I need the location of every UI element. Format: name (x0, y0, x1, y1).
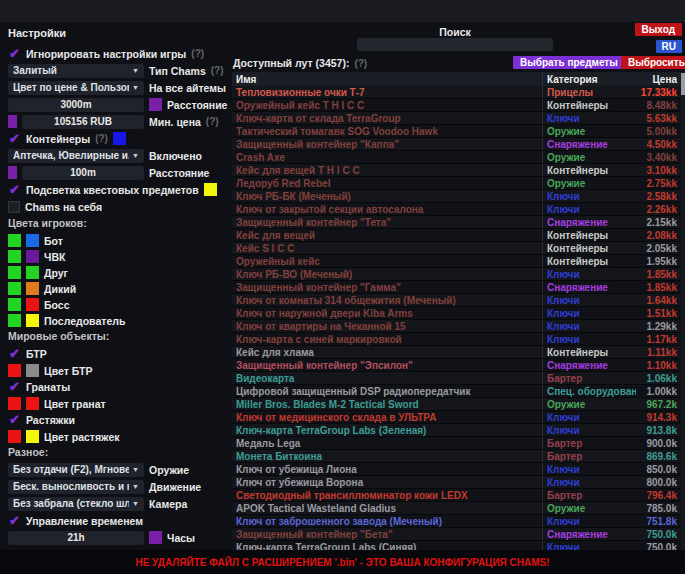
color-swatch[interactable] (26, 364, 39, 377)
color-swatch[interactable] (149, 98, 162, 111)
item-name: Ледоруб Red Rebel (232, 178, 542, 189)
table-row[interactable]: Тактический томагавк SOG Voodoo HawkОруж… (232, 125, 681, 138)
table-row[interactable]: Защищенный контейнер "Гамма"Снаряжение1.… (232, 281, 681, 294)
checkbox[interactable]: ✔ (8, 347, 21, 360)
item-name: Тепловизионные очки Т-7 (232, 87, 542, 98)
table-row[interactable]: Ключ РБ-ВО (Меченый)Ключи1.85kk (232, 268, 681, 281)
table-row[interactable]: Ключ от наружной двери Kiba ArmsКлючи1.5… (232, 307, 681, 320)
table-row[interactable]: Ключ от медицинского склада в УЛЬТРАКлюч… (232, 411, 681, 424)
item-category: Спец. оборудование (542, 385, 636, 397)
item-category: Контейнеры (542, 164, 636, 176)
table-row[interactable]: Ключ РБ-БК (Меченый)Ключи2.58kk (232, 190, 681, 203)
color-swatch[interactable] (8, 234, 21, 247)
color-swatch[interactable] (8, 298, 21, 311)
table-row[interactable]: Кейс для хламаКонтейнеры1.11kk (232, 346, 681, 359)
color-swatch[interactable] (149, 531, 162, 544)
table-row[interactable]: Защищенный контейнер "Каппа"Снаряжение4.… (232, 138, 681, 151)
color-swatch[interactable] (204, 183, 217, 196)
table-row[interactable]: Ключ от квартиры на Чеканной 15Ключи1.29… (232, 320, 681, 333)
item-name: Ключ РБ-БК (Меченый) (232, 191, 542, 202)
item-name: Цифровой защищенный DSP радиопередатчик (232, 386, 542, 397)
color-swatch[interactable] (113, 132, 126, 145)
color-swatch[interactable] (8, 397, 21, 410)
color-swatch[interactable] (8, 314, 21, 327)
scrollbar-thumb[interactable] (681, 73, 685, 95)
table-row[interactable]: Оружейный кейс T H I C CКонтейнеры8.48kk (232, 99, 681, 112)
table-row[interactable]: Miller Bros. Blades M-2 Tactical SwordОр… (232, 398, 681, 411)
color-swatch[interactable] (8, 266, 21, 279)
checkbox[interactable]: ✔ (8, 514, 21, 527)
color-swatch[interactable] (8, 282, 21, 295)
item-price: 900.0k (636, 438, 681, 449)
dropdown[interactable]: Цвет по цене & Пользователь▼ (8, 81, 144, 95)
table-row[interactable]: Crash AxeОружие3.40kk (232, 151, 681, 164)
color-swatch[interactable] (8, 166, 17, 179)
item-name: APOK Tactical Wasteland Gladius (232, 503, 542, 514)
color-swatch[interactable] (26, 314, 39, 327)
table-row[interactable]: Ключ от убежища ВоронаКлючи800.0k (232, 476, 681, 489)
table-row[interactable]: Медаль LegaБартер900.0k (232, 437, 681, 450)
table-row[interactable]: Ключ от убежища ЛионаКлючи850.0k (232, 463, 681, 476)
dropdown[interactable]: Аптечка, Ювелирные и...▼ (8, 149, 144, 163)
table-row[interactable]: Кейс для вещейКонтейнеры2.08kk (232, 229, 681, 242)
table-row[interactable]: Защищенный контейнер "Эпсилон"Снаряжение… (232, 359, 681, 372)
dropdown[interactable]: Беск. выносливость и нет уста▼ (8, 480, 144, 494)
checkbox[interactable]: ✔ (8, 47, 21, 60)
language-button[interactable]: RU (656, 40, 682, 53)
exit-button[interactable]: Выход (635, 23, 682, 36)
item-name: Оружейный кейс T H I C C (232, 100, 542, 111)
table-row[interactable]: Тепловизионные очки Т-7Прицелы17.33kk (232, 86, 681, 99)
table-row[interactable]: Защищенный контейнер "Бета"Снаряжение750… (232, 528, 681, 541)
checkbox[interactable]: ✔ (8, 413, 21, 426)
settings-panel: Настройки ✔Игнорировать настройки игры(?… (8, 27, 230, 550)
dropdown[interactable]: Залитый▼ (8, 64, 144, 78)
color-swatch[interactable] (26, 266, 39, 279)
text-input[interactable]: 21h (8, 531, 144, 545)
drop-all-button[interactable]: Выбросить все (621, 56, 685, 69)
table-row[interactable]: Ключ-карта TerraGroup Labs (Синяя)Ключи7… (232, 541, 681, 550)
checkbox[interactable]: ✔ (8, 183, 21, 196)
table-row[interactable]: Ключ-карта с синей маркировкойКлючи1.17k… (232, 333, 681, 346)
color-swatch[interactable] (8, 250, 21, 263)
table-row[interactable]: Ключ от закрытой секции автосалонаКлючи2… (232, 203, 681, 216)
table-row[interactable]: Оружейный кейсКонтейнеры1.95kk (232, 255, 681, 268)
table-row[interactable]: Ключ от комнаты 314 общежития (Меченый)К… (232, 294, 681, 307)
table-row[interactable]: APOK Tactical Wasteland GladiusОружие785… (232, 502, 681, 515)
table-row[interactable]: Цифровой защищенный DSP радиопередатчикС… (232, 385, 681, 398)
table-row[interactable]: Монета БиткоинаБартер869.6k (232, 450, 681, 463)
dropdown[interactable]: Без забрала (стекло шлема)▼ (8, 497, 144, 511)
checkbox[interactable]: ✔ (8, 380, 21, 393)
table-row[interactable]: Защищенный контейнер "Тета"Снаряжение2.1… (232, 216, 681, 229)
color-swatch[interactable] (26, 397, 39, 410)
table-row[interactable]: Ледоруб Red RebelОружие2.75kk (232, 177, 681, 190)
settings-row: 100mРасстояние (8, 166, 230, 179)
section-label: Разное: (8, 446, 230, 458)
color-swatch[interactable] (26, 298, 39, 311)
table-row[interactable]: Ключ-карта TerraGroup Labs (Зеленая)Ключ… (232, 424, 681, 437)
color-swatch[interactable] (8, 430, 21, 443)
color-swatch[interactable] (26, 234, 39, 247)
text-input[interactable]: 100m (22, 166, 144, 180)
table-scrollbar[interactable] (681, 72, 685, 550)
table-row[interactable]: Ключ-карта от склада TerraGroupКлючи5.63… (232, 112, 681, 125)
chevron-down-icon: ▼ (132, 500, 139, 507)
table-row[interactable]: Ключ от заброшенного завода (Меченый)Клю… (232, 515, 681, 528)
color-swatch[interactable] (26, 250, 39, 263)
color-swatch[interactable] (26, 430, 39, 443)
table-row[interactable]: Светодиодный трансиллюминатор кожи LEDXБ… (232, 489, 681, 502)
table-row[interactable]: Кейс S I C CКонтейнеры2.05kk (232, 242, 681, 255)
item-name: Ключ-карта от склада TerraGroup (232, 113, 542, 124)
setting-label: Игнорировать настройки игры (26, 48, 186, 60)
table-row[interactable]: ВидеокартаБартер1.06kk (232, 372, 681, 385)
color-swatch[interactable] (8, 115, 17, 128)
dropdown[interactable]: Без отдачи (F2), Мгновенное п▼ (8, 463, 144, 477)
checkbox[interactable]: ✔ (8, 132, 21, 145)
checkbox[interactable] (8, 201, 20, 213)
text-input[interactable]: 105156 RUB (22, 115, 144, 129)
text-input[interactable]: 3000m (8, 98, 144, 112)
loot-table: Имя Категория Цена Тепловизионные очки Т… (232, 72, 681, 550)
table-row[interactable]: Кейс для вещей T H I C CКонтейнеры3.10kk (232, 164, 681, 177)
color-swatch[interactable] (26, 282, 39, 295)
search-input[interactable] (357, 38, 553, 51)
color-swatch[interactable] (8, 364, 21, 377)
